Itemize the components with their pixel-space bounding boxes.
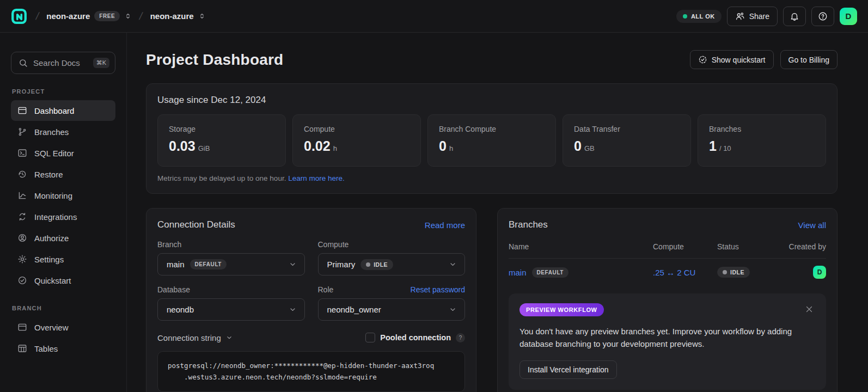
user-avatar[interactable]: D bbox=[840, 8, 857, 25]
created-by-avatar[interactable]: D bbox=[813, 266, 826, 279]
compute-status-chip: IDLE bbox=[360, 259, 393, 270]
sidebar-item-label: Dashboard bbox=[34, 106, 74, 115]
col-created-by: Created by bbox=[774, 242, 826, 251]
usage-panel: Usage since Dec 12, 2024 Storage 0.03GiB… bbox=[146, 83, 838, 194]
sidebar: Search Docs ⌘K PROJECT Dashboard Branche… bbox=[0, 33, 127, 392]
install-vercel-label: Install Vercel integration bbox=[528, 365, 609, 374]
sidebar-item-label: Settings bbox=[34, 255, 64, 264]
idle-dot-icon bbox=[723, 270, 727, 274]
role-select-value: neondb_owner bbox=[327, 305, 381, 314]
role-select[interactable]: neondb_owner bbox=[318, 298, 466, 321]
breadcrumb-project[interactable]: neon-azure bbox=[150, 11, 206, 21]
stat-label: Storage bbox=[169, 125, 274, 133]
role-field: Role Reset password neondb_owner bbox=[318, 285, 466, 321]
sidebar-item-sql-editor[interactable]: SQL Editor bbox=[11, 143, 115, 163]
project-name: neon-azure bbox=[150, 11, 194, 21]
reset-password-link[interactable]: Reset password bbox=[411, 285, 465, 294]
stat-card-branch-compute: Branch Compute 0h bbox=[427, 114, 556, 167]
gear-icon bbox=[17, 254, 27, 264]
close-icon[interactable] bbox=[803, 303, 815, 315]
connection-details-panel: Connection Details Read more Branch main… bbox=[146, 208, 476, 392]
stat-value: 0 bbox=[574, 138, 582, 154]
branch-name-link[interactable]: main bbox=[509, 268, 527, 277]
stat-label: Branch Compute bbox=[439, 125, 545, 133]
breadcrumb-org[interactable]: neon-azure FREE bbox=[46, 11, 132, 21]
sidebar-item-label: Overview bbox=[34, 323, 69, 332]
stat-label: Compute bbox=[304, 125, 409, 133]
notifications-button[interactable] bbox=[783, 7, 806, 26]
search-placeholder: Search Docs bbox=[33, 58, 88, 68]
view-all-link[interactable]: View all bbox=[798, 220, 826, 230]
dashboard-icon bbox=[17, 106, 27, 115]
sidebar-item-monitoring[interactable]: Monitoring bbox=[11, 185, 115, 206]
col-compute: Compute bbox=[653, 242, 717, 251]
sidebar-item-tables[interactable]: Tables bbox=[11, 338, 115, 359]
show-quickstart-button[interactable]: Show quickstart bbox=[690, 50, 774, 69]
quickstart-check-icon bbox=[698, 55, 707, 64]
neon-logo[interactable] bbox=[10, 7, 28, 26]
compute-select[interactable]: Primary IDLE bbox=[318, 253, 466, 275]
search-docs-input[interactable]: Search Docs ⌘K bbox=[11, 52, 115, 74]
sidebar-item-restore[interactable]: Restore bbox=[11, 164, 115, 185]
sync-arrows-icon bbox=[17, 212, 27, 222]
database-select[interactable]: neondb bbox=[157, 298, 305, 321]
project-caret-icon bbox=[198, 12, 206, 20]
default-badge: DEFAULT bbox=[190, 259, 227, 270]
pooled-connection-label: Pooled connection bbox=[380, 333, 451, 342]
breadcrumb-divider-2: / bbox=[138, 10, 144, 22]
table-icon bbox=[17, 344, 27, 353]
project-section-label: PROJECT bbox=[12, 88, 114, 95]
sidebar-item-quickstart[interactable]: Quickstart bbox=[11, 270, 115, 291]
share-label: Share bbox=[749, 12, 769, 21]
org-name: neon-azure bbox=[46, 11, 90, 21]
system-status-pill[interactable]: ALL OK bbox=[676, 10, 722, 23]
people-icon bbox=[735, 11, 745, 21]
sidebar-item-integrations[interactable]: Integrations bbox=[11, 206, 115, 227]
pooled-connection-toggle[interactable]: Pooled connection ? bbox=[365, 333, 465, 342]
sidebar-item-overview[interactable]: Overview bbox=[11, 317, 115, 338]
sidebar-item-label: Restore bbox=[34, 170, 63, 179]
stat-unit: GiB bbox=[198, 144, 210, 152]
bell-icon bbox=[790, 11, 799, 21]
connection-string-value[interactable]: postgresql://neondb_owner:************@e… bbox=[157, 351, 465, 392]
sidebar-item-label: Quickstart bbox=[34, 276, 71, 285]
sidebar-item-authorize[interactable]: Authorize bbox=[11, 228, 115, 248]
read-more-link[interactable]: Read more bbox=[425, 220, 465, 230]
go-to-billing-button[interactable]: Go to Billing bbox=[780, 50, 838, 69]
page-title: Project Dashboard bbox=[146, 51, 283, 69]
topbar: / neon-azure FREE / neon-azure ALL OK bbox=[0, 0, 868, 33]
learn-more-link[interactable]: Learn more here. bbox=[288, 174, 345, 182]
branch-select[interactable]: main DEFAULT bbox=[157, 253, 305, 275]
sidebar-item-branches[interactable]: Branches bbox=[11, 121, 115, 142]
sidebar-item-label: SQL Editor bbox=[34, 149, 74, 158]
branch-status-chip: IDLE bbox=[717, 267, 750, 278]
database-field-label: Database bbox=[157, 285, 190, 294]
share-button[interactable]: Share bbox=[727, 7, 778, 26]
branch-section-label: BRANCH bbox=[12, 305, 114, 311]
sidebar-item-dashboard[interactable]: Dashboard bbox=[11, 100, 115, 121]
connection-string-selector[interactable]: Connection string bbox=[157, 333, 233, 342]
compute-status-label: IDLE bbox=[374, 261, 388, 268]
pooled-connection-checkbox[interactable] bbox=[365, 333, 375, 342]
connection-title: Connection Details bbox=[157, 219, 235, 230]
show-quickstart-label: Show quickstart bbox=[712, 56, 766, 64]
history-clock-icon bbox=[17, 169, 27, 179]
default-badge: DEFAULT bbox=[532, 267, 569, 278]
user-circle-icon bbox=[17, 233, 27, 243]
stat-value: 0.03 bbox=[169, 138, 195, 154]
stat-value: 1 bbox=[709, 138, 717, 154]
branches-panel: Branches View all Name Compute Status Cr… bbox=[497, 208, 838, 392]
chart-line-icon bbox=[17, 191, 27, 200]
sidebar-item-settings[interactable]: Settings bbox=[11, 249, 115, 270]
install-vercel-button[interactable]: Install Vercel integration bbox=[519, 360, 617, 379]
help-button[interactable] bbox=[811, 7, 834, 26]
page-header: Project Dashboard Show quickstart Go to … bbox=[146, 50, 838, 69]
branches-table-header: Name Compute Status Created by bbox=[509, 242, 826, 259]
stat-label: Branches bbox=[709, 125, 815, 133]
pooled-help-icon[interactable]: ? bbox=[456, 333, 465, 342]
sidebar-item-label: Tables bbox=[34, 344, 58, 353]
app-root: / neon-azure FREE / neon-azure ALL OK bbox=[0, 0, 868, 392]
usage-note: Metrics may be delayed up to one hour. L… bbox=[157, 174, 826, 182]
usage-note-text: Metrics may be delayed up to one hour. bbox=[157, 174, 286, 182]
stat-unit: / 10 bbox=[719, 144, 731, 152]
